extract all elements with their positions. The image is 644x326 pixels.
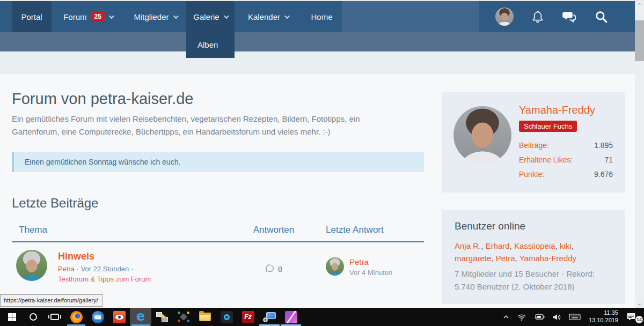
topic-meta-text: · Vor 22 Stunden · <box>77 265 134 273</box>
hp-utility-button[interactable] <box>173 308 194 326</box>
user-link[interactable]: margarete <box>455 254 496 263</box>
thunderbird-button[interactable] <box>87 308 108 326</box>
topic-author-link[interactable]: Petra <box>58 265 75 273</box>
stat-label[interactable]: Punkte: <box>519 167 544 182</box>
screen-magnifier-button[interactable] <box>259 308 280 326</box>
screen-magnifier-icon <box>263 312 276 322</box>
forum-description: Ein gemütliches Forum mit vielen Reisebe… <box>12 113 398 138</box>
firefox-button[interactable] <box>65 308 87 326</box>
dropdown-item-alben[interactable]: Alben <box>186 32 235 58</box>
user-link[interactable]: Anja R. <box>455 241 486 250</box>
remote-transfer-button[interactable] <box>151 308 173 326</box>
photos-button[interactable] <box>216 308 237 326</box>
page-title: Forum von petra-kaiser.de <box>12 90 424 108</box>
secondary-bar <box>0 32 635 51</box>
tray-date: 13.10.2019 <box>589 317 618 324</box>
chevron-down-icon <box>224 13 229 19</box>
scrollbar-down-arrow[interactable]: ⌄ <box>635 299 644 308</box>
table-row: Hinweis Petra · Vor 22 Stunden · Testfor… <box>12 242 424 292</box>
sidebar: Yamaha-Freddy Schlauer Fuchs Beiträge: 1… <box>442 51 625 304</box>
last-answer-avatar[interactable] <box>326 257 344 276</box>
nav-item-mitglieder[interactable]: Mitglieder <box>125 1 186 32</box>
action-center-button[interactable]: 14 <box>623 308 644 326</box>
topic-title-link[interactable]: Hinweis <box>58 251 151 262</box>
user-link[interactable]: Petra <box>496 254 519 263</box>
remote-transfer-icon <box>156 312 168 322</box>
stat-value: 71 <box>604 153 613 167</box>
forum-unread-badge: 25 <box>91 12 104 21</box>
windows-taskbar: e Fz 11:35 13.10.2019 14 <box>0 308 644 326</box>
wifi-icon[interactable] <box>513 308 530 326</box>
users-online-info: 7 Mitglieder und 15 Besucher · Rekord: 5… <box>455 268 612 293</box>
edge-icon: e <box>136 310 145 323</box>
vertical-scrollbar[interactable]: ⌃ ⌄ <box>635 1 644 308</box>
tray-clock[interactable]: 11:35 13.10.2019 <box>584 309 623 324</box>
stat-row-punkte: Punkte: 9.676 <box>519 167 613 182</box>
profile-avatar[interactable] <box>453 106 511 164</box>
conversations-chat-icon[interactable] <box>562 9 577 24</box>
firefox-icon <box>70 311 83 323</box>
profile-card: Yamaha-Freddy Schlauer Fuchs Beiträge: 1… <box>442 92 625 192</box>
column-header-thema[interactable]: Thema <box>12 225 228 235</box>
irfanview-button[interactable] <box>108 308 130 326</box>
start-button[interactable] <box>1 308 23 326</box>
touch-keyboard-icon[interactable] <box>565 308 584 326</box>
windows-logo-icon <box>8 313 16 321</box>
topic-forum-link[interactable]: Testforum & Tipps zum Forum <box>58 275 151 283</box>
topic-author-avatar[interactable] <box>16 250 47 281</box>
system-tray: 11:35 13.10.2019 14 <box>499 308 644 326</box>
profile-rank-badge: Schlauer Fuchs <box>519 121 577 132</box>
user-link[interactable]: Kassiiopeia <box>514 241 560 250</box>
nav-item-galerie[interactable]: Galerie <box>186 1 235 32</box>
users-online-title: Benutzer online <box>455 220 612 232</box>
photos-icon <box>221 311 233 323</box>
speaker-icon[interactable] <box>548 308 565 326</box>
nav-item-kalender[interactable]: Kalender <box>235 1 302 32</box>
chevron-down-icon <box>173 13 178 19</box>
profile-stats: Beiträge: 1.895 Erhaltene Likes: 71 Punk… <box>519 138 613 182</box>
taskbar-apps: e Fz <box>0 308 302 326</box>
tray-time: 11:35 <box>589 309 618 317</box>
search-icon[interactable] <box>594 9 609 24</box>
stat-label[interactable]: Erhaltene Likes: <box>519 153 573 167</box>
battery-icon[interactable] <box>530 308 548 326</box>
stat-label[interactable]: Beiträge: <box>519 138 549 153</box>
profile-name-link[interactable]: Yamaha-Freddy <box>519 104 613 116</box>
affinity-photo-icon <box>285 311 297 323</box>
nav-item-portal[interactable]: Portal <box>12 1 52 32</box>
main-menu: Portal Forum 25 Mitglieder Galerie Kalen… <box>12 1 342 32</box>
affinity-photo-button[interactable] <box>280 308 302 326</box>
thunderbird-icon <box>92 311 104 323</box>
user-link[interactable]: Erhard <box>486 241 514 250</box>
galerie-dropdown-menu: Alben <box>186 32 235 58</box>
current-user-avatar[interactable] <box>495 8 514 26</box>
edge-button-active[interactable]: e <box>130 308 151 326</box>
notifications-bell-icon[interactable] <box>530 9 545 24</box>
cortana-button[interactable] <box>23 308 44 326</box>
stat-value: 1.895 <box>594 138 613 153</box>
status-bar-link: https://petra-kaiser.de/forum/gallery/ <box>0 294 103 307</box>
scrollbar-up-arrow[interactable]: ⌃ <box>635 1 644 10</box>
column-header-letzte-antwort[interactable]: Letzte Antwort <box>319 225 424 235</box>
user-link[interactable]: kiki <box>560 241 574 250</box>
stat-value: 9.676 <box>594 167 613 182</box>
top-navbar: Portal Forum 25 Mitglieder Galerie Kalen… <box>0 1 635 32</box>
file-explorer-icon <box>199 313 211 321</box>
file-explorer-button[interactable] <box>194 308 216 326</box>
navbar-user-controls <box>479 1 625 32</box>
stat-row-likes: Erhaltene Likes: 71 <box>519 153 613 167</box>
last-answer-time: Vor 4 Minuten <box>349 269 392 277</box>
users-online-list: Anja R.ErhardKassiiopeiakikimargaretePet… <box>455 240 612 265</box>
tray-chevron-up-icon[interactable] <box>499 308 513 326</box>
main-content: Forum von petra-kaiser.de Ein gemütliche… <box>12 51 424 292</box>
topic-cell: Hinweis Petra · Vor 22 Stunden · Testfor… <box>12 250 228 283</box>
user-link[interactable]: Yamaha-Freddy <box>519 254 576 263</box>
column-header-antworten[interactable]: Antworten <box>228 225 319 235</box>
filezilla-button[interactable]: Fz <box>237 308 259 326</box>
chevron-down-icon <box>284 13 290 19</box>
scrollbar-thumb[interactable] <box>635 20 644 61</box>
task-view-button[interactable] <box>44 308 65 326</box>
nav-item-forum[interactable]: Forum 25 <box>52 1 125 32</box>
last-answer-author-link[interactable]: Petra <box>349 257 392 266</box>
nav-item-home[interactable]: Home <box>302 1 342 32</box>
